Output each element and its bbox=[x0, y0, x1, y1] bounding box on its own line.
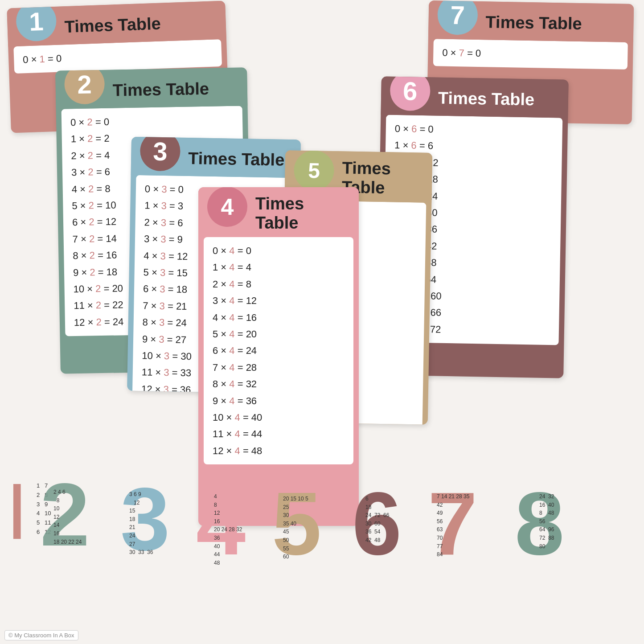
deco-num-1: | 123456 789101112 bbox=[9, 477, 36, 566]
card-3-title: Times Table bbox=[188, 148, 285, 169]
deco-num-5: 5 20 15 10 5 25 30 35 40 45 50 55 60 bbox=[272, 484, 352, 599]
card-6-title: Times Table bbox=[438, 88, 535, 109]
watermark: © My Classroom In A Box bbox=[4, 630, 78, 640]
card-4-header: 4 Times Table bbox=[198, 187, 359, 237]
card-2-header: 2 Times Table bbox=[55, 67, 247, 109]
card-1-header: 1 Times Table bbox=[7, 1, 226, 47]
deco-num-8: 8 24 32 16 40 8 48 56 64 96 72 88 80 bbox=[515, 484, 604, 604]
deco-num-7: 7 7 14 21 28 35 42 49 56 63 70 77 84 bbox=[428, 484, 517, 599]
card-6-circle: 6 bbox=[390, 76, 431, 111]
deco-num-3: 3 3 6 9 12 15 18 21 24 27 30 33 36 bbox=[120, 479, 201, 591]
card-1-circle: 1 bbox=[16, 1, 57, 42]
card-3-header: 3 Times Table bbox=[131, 137, 301, 178]
card-7-header: 7 Times Table bbox=[428, 0, 634, 42]
card-4-body: 0 × 4 = 0 1 × 4 = 4 2 × 4 = 8 3 × 4 = 12… bbox=[204, 237, 353, 464]
card-4-circle: 4 bbox=[207, 187, 247, 227]
card-3-circle: 3 bbox=[140, 137, 181, 172]
card-1-title: Times Table bbox=[64, 14, 161, 37]
card-4-title: Times Table bbox=[255, 194, 350, 233]
deco-num-2: 2 2 4 6 8 10 12 14 16 18 20 22 24 bbox=[40, 475, 120, 577]
card-7-body: 0 × 7 = 0 bbox=[433, 39, 628, 70]
deco-num-6: 6 6 18 24 72 66 30 60 36 54 42 48 bbox=[352, 484, 432, 599]
card-6-header: 6 Times Table bbox=[381, 76, 568, 118]
deco-num-4: 4 4 8 12 16 20 24 28 32 36 40 44 48 bbox=[196, 484, 276, 599]
card-7-title: Times Table bbox=[485, 12, 582, 33]
card-5-circle: 5 bbox=[294, 150, 335, 191]
card-7-circle: 7 bbox=[437, 0, 478, 35]
card-2-circle: 2 bbox=[64, 67, 105, 104]
card-2-title: Times Table bbox=[113, 79, 209, 100]
